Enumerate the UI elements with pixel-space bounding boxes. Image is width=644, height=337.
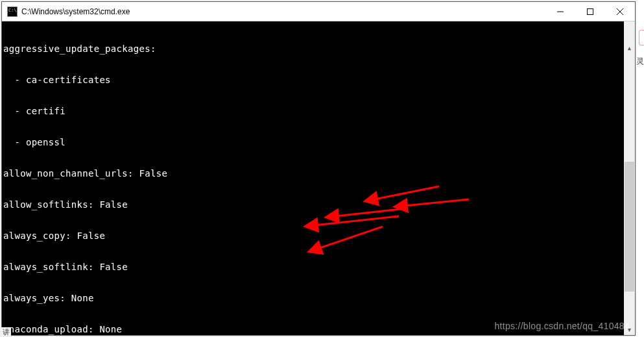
watermark-text: https://blog.csdn.net/qq_410484 <box>494 321 630 331</box>
output-line: allow_softlinks: False <box>3 199 634 210</box>
output-line: - openssl <box>3 137 634 147</box>
output-line: - ca-certificates <box>3 75 634 85</box>
output-line: allow_non_channel_urls: False <box>3 168 634 179</box>
window-title: C:\Windows\system32\cmd.exe <box>21 7 545 16</box>
cropped-ui-fragment <box>639 30 644 45</box>
titlebar[interactable]: C:\Windows\system32\cmd.exe <box>2 2 635 21</box>
scroll-up-icon[interactable]: ▲ <box>624 42 635 53</box>
scrollbar[interactable]: ▲ ▼ <box>624 21 635 335</box>
cmd-icon <box>7 6 18 17</box>
cmd-window: C:\Windows\system32\cmd.exe aggressive_u… <box>1 1 636 336</box>
scroll-thumb[interactable] <box>625 162 634 292</box>
svg-line-7 <box>335 208 407 216</box>
scroll-track[interactable] <box>624 74 635 335</box>
terminal-output[interactable]: aggressive_update_packages: - ca-certifi… <box>2 21 635 335</box>
maximize-button[interactable] <box>575 2 605 21</box>
svg-rect-1 <box>588 8 593 14</box>
output-line: always_softlink: False <box>3 262 634 272</box>
window-controls <box>545 2 635 21</box>
cropped-text-fragment: 灵 <box>636 56 644 67</box>
page-edge <box>637 0 644 337</box>
output-line: aggressive_update_packages: <box>3 44 634 54</box>
minimize-button[interactable] <box>545 2 575 21</box>
svg-line-8 <box>315 216 399 225</box>
output-line: - certifi <box>3 106 634 116</box>
annotation-arrow-icon <box>295 192 413 234</box>
output-line: always_yes: None <box>3 293 634 303</box>
output-line: always_copy: False <box>3 231 634 241</box>
cropped-tab-fragment: 讲 <box>1 327 11 337</box>
close-button[interactable] <box>605 2 635 21</box>
svg-line-5 <box>374 186 439 199</box>
